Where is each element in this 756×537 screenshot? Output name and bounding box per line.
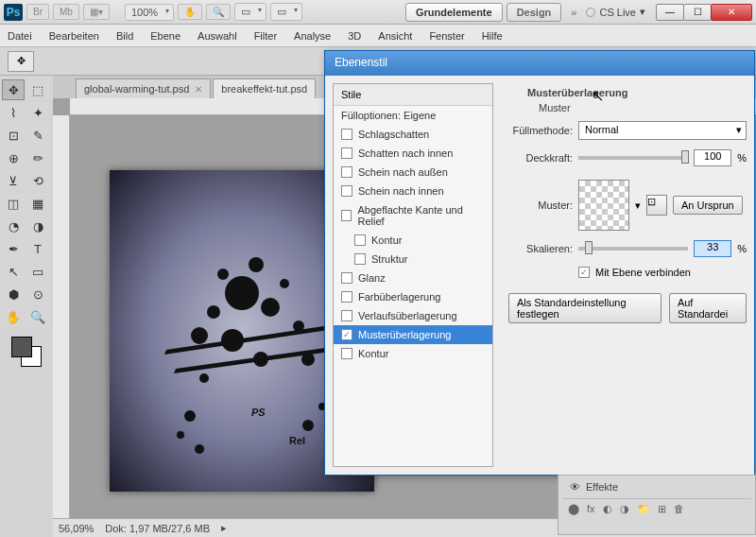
pattern-preview[interactable] — [578, 180, 629, 231]
crop-tool[interactable]: ⊡ — [2, 125, 25, 146]
move-tool[interactable]: ✥ — [2, 79, 25, 100]
path-tool[interactable]: ↖ — [2, 261, 25, 282]
br-button[interactable]: Br — [26, 4, 49, 20]
adjustment-icon[interactable]: ◑ — [620, 503, 629, 515]
opacity-input[interactable]: 100 — [694, 149, 731, 166]
styles-header[interactable]: Stile — [334, 84, 492, 106]
zoom-dropdown[interactable]: 100% — [125, 4, 174, 21]
type-tool[interactable]: T — [26, 238, 49, 259]
menu-auswahl[interactable]: Auswahl — [198, 30, 237, 42]
opacity-slider[interactable] — [578, 156, 688, 160]
checkbox[interactable] — [341, 272, 352, 284]
close-button[interactable]: ✕ — [711, 4, 752, 21]
checkbox[interactable] — [341, 348, 352, 359]
checkbox[interactable] — [341, 185, 352, 197]
shape-tool[interactable]: ▭ — [26, 261, 49, 282]
checkbox[interactable] — [341, 129, 352, 140]
new-layer-icon[interactable]: ⊞ — [658, 503, 666, 515]
hand-tool-icon[interactable]: ✋ — [178, 4, 202, 20]
style-schlagschatten[interactable]: Schlagschatten — [334, 125, 492, 144]
fill-options[interactable]: Fülloptionen: Eigene — [334, 106, 492, 125]
stamp-tool[interactable]: ⊻ — [2, 170, 25, 191]
move-tool-indicator[interactable]: ✥ — [8, 51, 34, 72]
zoom-tool[interactable]: 🔍 — [26, 306, 49, 327]
link-icon[interactable]: ⬤ — [568, 503, 579, 515]
blend-mode-dropdown[interactable]: Normal — [578, 121, 747, 140]
style-schein-innen[interactable]: Schein nach innen — [334, 182, 492, 200]
mask-icon[interactable]: ◐ — [603, 503, 612, 515]
style-musterueberlagerung[interactable]: ✓Musterüberlagerung — [334, 325, 492, 344]
style-verlaufsueberlagerung[interactable]: Verlaufsüberlagerung — [334, 306, 492, 325]
view-dropdown[interactable]: ▭ — [234, 3, 266, 21]
foreground-color[interactable] — [11, 337, 32, 357]
style-kontur[interactable]: Kontur — [334, 344, 492, 363]
eye-icon[interactable]: 👁 — [570, 481, 580, 493]
menu-ansicht[interactable]: Ansicht — [378, 30, 412, 42]
zoom-tool-icon[interactable]: 🔍 — [206, 4, 231, 20]
tab-breakeffekt[interactable]: breakeffekt-tut.psd — [213, 78, 316, 98]
reset-default-button[interactable]: Auf Standardei — [669, 293, 747, 323]
zoom-level[interactable]: 56,09% — [59, 523, 94, 534]
lasso-tool[interactable]: ⌇ — [2, 102, 25, 123]
cs-live-button[interactable]: CS Live ▾ — [586, 6, 645, 18]
checkbox[interactable] — [341, 210, 352, 221]
menu-bild[interactable]: Bild — [116, 30, 133, 42]
checkbox[interactable]: ✓ — [341, 329, 352, 340]
workspace-more[interactable]: » — [565, 7, 582, 18]
trash-icon[interactable]: 🗑 — [674, 503, 684, 515]
style-farbueberlagerung[interactable]: Farbüberlagerung — [334, 287, 492, 306]
menu-3d[interactable]: 3D — [348, 30, 361, 42]
menu-datei[interactable]: Datei — [8, 30, 32, 42]
checkbox[interactable] — [354, 253, 366, 265]
color-swatches[interactable] — [11, 337, 42, 367]
minimize-button[interactable]: — — [656, 4, 684, 21]
menu-ebene[interactable]: Ebene — [150, 30, 180, 42]
fx-icon[interactable]: fx — [587, 503, 595, 515]
tab-close-icon[interactable]: ✕ — [195, 84, 202, 95]
mb-button[interactable]: Mb — [53, 4, 79, 20]
style-schein-aussen[interactable]: Schein nach außen — [334, 163, 492, 182]
heal-tool[interactable]: ⊕ — [2, 147, 25, 168]
style-kontur-sub[interactable]: Kontur — [334, 231, 492, 250]
eraser-tool[interactable]: ◫ — [2, 193, 25, 214]
gradient-tool[interactable]: ▦ — [26, 193, 49, 214]
menu-analyse[interactable]: Analyse — [294, 30, 331, 42]
blur-tool[interactable]: ◔ — [2, 216, 25, 236]
scale-slider[interactable] — [578, 247, 688, 251]
checkbox[interactable] — [341, 310, 352, 321]
menu-filter[interactable]: Filter — [254, 30, 277, 42]
dodge-tool[interactable]: ◑ — [26, 216, 49, 236]
link-layer-checkbox[interactable]: ✓ — [578, 267, 590, 278]
wand-tool[interactable]: ✦ — [26, 102, 49, 123]
checkbox[interactable] — [341, 147, 352, 159]
style-bevel[interactable]: Abgeflachte Kante und Relief — [334, 200, 492, 231]
style-struktur-sub[interactable]: Struktur — [334, 250, 492, 268]
screen-dropdown[interactable]: ▭ — [270, 3, 302, 21]
dialog-title[interactable]: Ebenenstil — [325, 51, 754, 76]
menu-fenster[interactable]: Fenster — [429, 30, 464, 42]
style-glanz[interactable]: Glanz — [334, 268, 492, 287]
doc-size[interactable]: Dok: 1,97 MB/27,6 MB — [105, 523, 210, 534]
layout-button[interactable]: ▦▾ — [83, 4, 110, 20]
new-pattern-button[interactable]: ⊡ — [646, 195, 667, 216]
ruler-vertical[interactable] — [53, 115, 70, 520]
menu-bearbeiten[interactable]: Bearbeiten — [49, 30, 99, 42]
workspace-design[interactable]: Design — [507, 3, 562, 22]
checkbox[interactable] — [354, 234, 366, 246]
checkbox[interactable] — [341, 291, 352, 303]
scale-input[interactable]: 33 — [694, 240, 731, 257]
pen-tool[interactable]: ✒ — [2, 238, 25, 259]
menu-hilfe[interactable]: Hilfe — [482, 30, 503, 42]
effects-row[interactable]: 👁 Effekte — [562, 479, 751, 494]
make-default-button[interactable]: Als Standardeinstellung festlegen — [508, 293, 662, 323]
history-brush-tool[interactable]: ⟲ — [26, 170, 49, 191]
style-schatten-innen[interactable]: Schatten nach innen — [334, 144, 492, 163]
workspace-grundelemente[interactable]: Grundelemente — [405, 3, 503, 22]
marquee-tool[interactable]: ⬚ — [26, 79, 49, 100]
eyedropper-tool[interactable]: ✎ — [26, 125, 49, 146]
checkbox[interactable] — [341, 166, 352, 178]
maximize-button[interactable]: ☐ — [683, 4, 712, 21]
hand-tool[interactable]: ✋ — [2, 306, 25, 327]
snap-origin-button[interactable]: An Ursprun — [673, 196, 743, 215]
tab-global-warming[interactable]: global-warming-tut.psd✕ — [76, 78, 211, 98]
